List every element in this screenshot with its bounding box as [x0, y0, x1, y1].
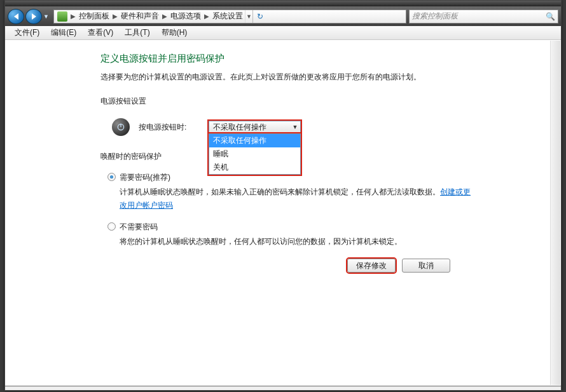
- back-button[interactable]: [8, 9, 24, 24]
- radio-label: 需要密码(推荐): [120, 172, 170, 183]
- statusbar: [5, 386, 561, 390]
- save-button[interactable]: 保存修改: [347, 259, 396, 273]
- page-description: 选择要为您的计算机设置的电源设置。在此页上对设置所做的更改将应用于您所有的电源计…: [100, 71, 476, 83]
- radio-label: 不需要密码: [120, 222, 158, 233]
- arrow-left-icon: [14, 13, 18, 20]
- breadcrumb[interactable]: ▶ 控制面板 ▶ 硬件和声音 ▶ 电源选项 ▶ 系统设置 ▼ ↻: [53, 10, 406, 24]
- dropdown-option[interactable]: 关机: [209, 161, 300, 174]
- power-button-label: 按电源按钮时:: [139, 122, 209, 133]
- power-icon: [112, 118, 130, 136]
- menubar: 文件(F) 编辑(E) 查看(V) 工具(T) 帮助(H): [5, 26, 561, 40]
- content-area: 定义电源按钮并启用密码保护 选择要为您的计算机设置的电源设置。在此页上对设置所做…: [5, 40, 561, 386]
- radio-group-password: 需要密码(推荐) 计算机从睡眠状态唤醒时，如果未输入正确的密码来解除计算机锁定，…: [107, 172, 476, 248]
- search-icon: 🔍: [546, 12, 555, 21]
- scrollbar[interactable]: [550, 41, 560, 385]
- breadcrumb-dropdown[interactable]: ▼: [245, 10, 252, 23]
- breadcrumb-item[interactable]: 电源选项: [169, 10, 203, 23]
- dropdown-option[interactable]: 睡眠: [209, 147, 300, 161]
- radio-description: 计算机从睡眠状态唤醒时，如果未输入正确的密码来解除计算机锁定，任何人都无法读取数…: [120, 186, 476, 212]
- menu-file[interactable]: 文件(F): [9, 27, 45, 38]
- radio-input[interactable]: [107, 173, 116, 181]
- chevron-right-icon: ▶: [203, 13, 211, 20]
- search-placeholder: 搜索控制面板: [412, 11, 458, 22]
- toolbar: ▼ ▶ 控制面板 ▶ 硬件和声音 ▶ 电源选项 ▶ 系统设置 ▼ ↻ 搜索控制面…: [5, 6, 561, 26]
- control-panel-icon: [57, 11, 67, 22]
- breadcrumb-item[interactable]: 控制面板: [77, 10, 111, 23]
- menu-help[interactable]: 帮助(H): [156, 27, 193, 38]
- radio-input[interactable]: [107, 222, 116, 231]
- dropdown-menu: 不采取任何操作 睡眠 关机: [209, 133, 301, 175]
- chevron-right-icon: ▶: [111, 13, 119, 20]
- power-action-dropdown[interactable]: 不采取任何操作 ▼ 不采取任何操作 睡眠 关机: [209, 121, 301, 133]
- power-button-row: 按电源按钮时: 不采取任何操作 ▼ 不采取任何操作 睡眠 关机: [112, 118, 476, 136]
- dropdown-selected: 不采取任何操作: [213, 122, 266, 133]
- nav-buttons: ▼: [8, 9, 51, 24]
- menu-edit[interactable]: 编辑(E): [45, 27, 82, 38]
- section-title-power: 电源按钮设置: [100, 96, 476, 107]
- radio-desc-text: 计算机从睡眠状态唤醒时，如果未输入正确的密码来解除计算机锁定，任何人都无法读取数…: [120, 187, 440, 196]
- dropdown-option[interactable]: 不采取任何操作: [209, 134, 300, 147]
- page-title: 定义电源按钮并启用密码保护: [100, 53, 476, 65]
- window-frame: ▼ ▶ 控制面板 ▶ 硬件和声音 ▶ 电源选项 ▶ 系统设置 ▼ ↻ 搜索控制面…: [4, 0, 562, 391]
- chevron-right-icon: ▶: [69, 13, 77, 20]
- breadcrumb-item[interactable]: 硬件和声音: [119, 10, 161, 23]
- refresh-button[interactable]: ↻: [252, 10, 266, 23]
- breadcrumb-item[interactable]: 系统设置: [211, 10, 245, 23]
- arrow-right-icon: [32, 13, 36, 20]
- menu-tools[interactable]: 工具(T): [119, 27, 155, 38]
- forward-button[interactable]: [25, 9, 42, 24]
- chevron-right-icon: ▶: [161, 13, 169, 20]
- nav-history-dropdown[interactable]: ▼: [43, 13, 51, 20]
- cancel-button[interactable]: 取消: [402, 259, 450, 273]
- search-input[interactable]: 搜索控制面板 🔍: [409, 10, 558, 24]
- radio-description: 将您的计算机从睡眠状态唤醒时，任何人都可以访问您的数据，因为计算机未锁定。: [120, 235, 476, 248]
- button-row: 保存修改 取消: [347, 259, 450, 273]
- titlebar: [5, 1, 561, 6]
- chevron-down-icon: ▼: [290, 121, 300, 133]
- menu-view[interactable]: 查看(V): [82, 27, 119, 38]
- radio-option-norequire[interactable]: 不需要密码: [107, 222, 476, 233]
